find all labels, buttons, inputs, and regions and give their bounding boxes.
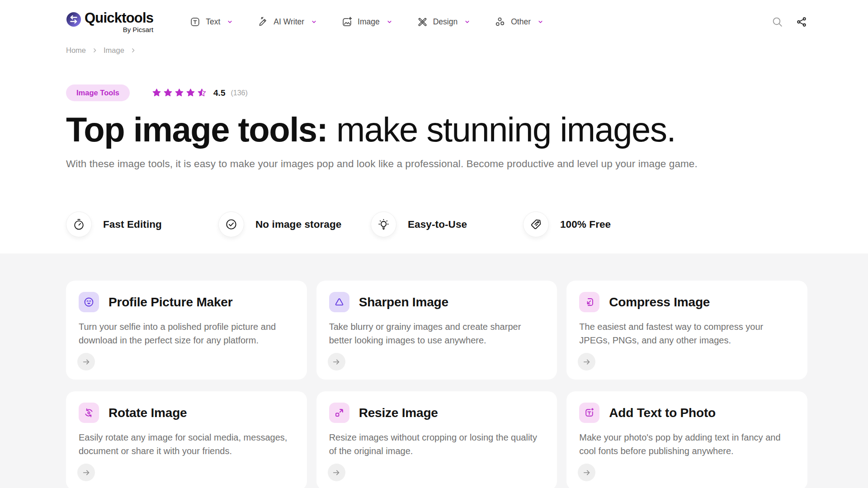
- quicktools-logo[interactable]: Quicktools By Picsart: [66, 11, 153, 33]
- other-icon: [495, 16, 506, 28]
- card-resize-image[interactable]: Resize Image Resize images without cropp…: [316, 391, 557, 488]
- card-title: Compress Image: [609, 295, 710, 310]
- chevron-down-icon: [538, 19, 543, 25]
- main-nav: Text AI Writer Image: [189, 16, 543, 28]
- card-title: Add Text to Photo: [609, 406, 716, 420]
- breadcrumb: Home Image: [0, 46, 868, 55]
- card-sharpen-image[interactable]: Sharpen Image Take blurry or grainy imag…: [316, 281, 557, 380]
- card-compress-image[interactable]: Compress Image The easiest and fastest w…: [566, 281, 807, 380]
- nav-label-text: Text: [206, 17, 220, 27]
- card-description: Make your photo's pop by adding text in …: [579, 431, 795, 458]
- stopwatch-icon: [66, 211, 92, 237]
- rating-value: 4.5: [213, 88, 225, 98]
- nav-label-design: Design: [433, 17, 458, 27]
- page-subtitle: With these image tools, it is easy to ma…: [66, 158, 807, 170]
- open-tool-arrow-button[interactable]: [578, 464, 595, 481]
- star-icon: [151, 88, 162, 98]
- feature-label: Fast Editing: [103, 219, 162, 230]
- card-rotate-image[interactable]: Rotate Image Easily rotate any image for…: [66, 391, 307, 488]
- card-description: Easily rotate any image for social media…: [79, 431, 294, 458]
- compress-arrow-icon: [579, 292, 599, 312]
- feature-fast-editing: Fast Editing: [66, 211, 218, 237]
- smiley-face-icon: [79, 292, 99, 312]
- logo-name: Quicktools: [85, 11, 153, 25]
- open-tool-arrow-button[interactable]: [77, 353, 95, 371]
- category-badge: Image Tools: [66, 84, 130, 101]
- open-tool-arrow-button[interactable]: [77, 464, 95, 481]
- chevron-down-icon: [387, 19, 392, 25]
- open-tool-arrow-button[interactable]: [328, 353, 345, 371]
- nav-item-other[interactable]: Other: [495, 16, 543, 28]
- feature-label: 100% Free: [560, 219, 611, 230]
- star-rating-icons: [151, 88, 207, 98]
- logo-text: Quicktools By Picsart: [85, 11, 153, 33]
- nav-item-image[interactable]: Image: [341, 16, 392, 28]
- ai-writer-icon: [257, 16, 269, 28]
- feature-label: Easy-to-Use: [408, 219, 467, 230]
- card-title: Profile Picture Maker: [108, 295, 232, 310]
- nav-item-text[interactable]: Text: [189, 16, 233, 28]
- card-title: Sharpen Image: [359, 295, 448, 310]
- card-description: Resize images without cropping or losing…: [329, 431, 545, 458]
- tag-icon: [523, 211, 549, 237]
- star-icon: [185, 88, 196, 98]
- star-icon: [174, 88, 184, 98]
- chevron-down-icon: [311, 19, 317, 25]
- chevron-right-icon: [92, 47, 98, 53]
- card-profile-picture-maker[interactable]: Profile Picture Maker Turn your selfie i…: [66, 281, 307, 380]
- card-title: Rotate Image: [108, 406, 187, 420]
- nav-label-ai-writer: AI Writer: [274, 17, 304, 27]
- chevron-down-icon: [227, 19, 233, 25]
- rating-count: (136): [231, 89, 247, 97]
- open-tool-arrow-button[interactable]: [578, 353, 595, 371]
- image-icon: [341, 16, 353, 28]
- search-icon: [772, 16, 783, 28]
- arrow-right-icon: [82, 357, 91, 366]
- card-description: Take blurry or grainy images and create …: [329, 320, 545, 347]
- arrow-right-icon: [582, 357, 591, 366]
- nav-label-other: Other: [511, 17, 531, 27]
- feature-no-image-storage: No image storage: [218, 211, 371, 237]
- nav-label-image: Image: [358, 17, 380, 27]
- check-circle-icon: [218, 211, 244, 237]
- feature-label: No image storage: [255, 219, 341, 230]
- rotate-arrows-icon: [79, 403, 99, 423]
- arrow-right-icon: [82, 468, 91, 477]
- text-icon: [189, 16, 201, 28]
- design-icon: [417, 16, 428, 28]
- triangle-icon: [329, 292, 349, 312]
- arrow-right-icon: [332, 468, 341, 477]
- search-button[interactable]: [772, 16, 783, 28]
- star-half-icon: [197, 88, 207, 98]
- feature-100-free: 100% Free: [523, 211, 675, 237]
- feature-highlights: Fast Editing No image storage Easy-to-Us…: [66, 211, 807, 237]
- header: Quicktools By Picsart Text AI Writer: [0, 0, 868, 43]
- rating: 4.5 (136): [151, 88, 248, 98]
- share-button[interactable]: [796, 16, 807, 28]
- nav-item-ai-writer[interactable]: AI Writer: [257, 16, 317, 28]
- nav-item-design[interactable]: Design: [417, 16, 470, 28]
- card-title: Resize Image: [359, 406, 438, 420]
- header-actions: [772, 16, 807, 28]
- hero-section: Image Tools 4.5 (136) Top image tools: m…: [0, 55, 868, 253]
- chevron-down-icon: [464, 19, 470, 25]
- logo-byline: By Picsart: [123, 26, 154, 33]
- quicktools-logo-icon: [66, 12, 81, 27]
- resize-arrow-icon: [329, 403, 349, 423]
- open-tool-arrow-button[interactable]: [328, 464, 345, 481]
- star-icon: [163, 88, 173, 98]
- page-title: Top image tools: make stunning images.: [66, 111, 807, 148]
- lightbulb-icon: [371, 211, 396, 237]
- arrow-right-icon: [332, 357, 341, 366]
- breadcrumb-home[interactable]: Home: [66, 46, 86, 55]
- breadcrumb-image[interactable]: Image: [104, 46, 124, 55]
- chevron-right-icon: [130, 47, 136, 53]
- feature-easy-to-use: Easy-to-Use: [371, 211, 523, 237]
- card-description: The easiest and fastest way to compress …: [579, 320, 795, 347]
- share-icon: [796, 16, 807, 28]
- card-add-text-to-photo[interactable]: Add Text to Photo Make your photo's pop …: [566, 391, 807, 488]
- add-text-icon: [579, 403, 599, 423]
- arrow-right-icon: [582, 468, 591, 477]
- card-description: Turn your selfie into a polished profile…: [79, 320, 294, 347]
- tools-section: Profile Picture Maker Turn your selfie i…: [0, 253, 868, 488]
